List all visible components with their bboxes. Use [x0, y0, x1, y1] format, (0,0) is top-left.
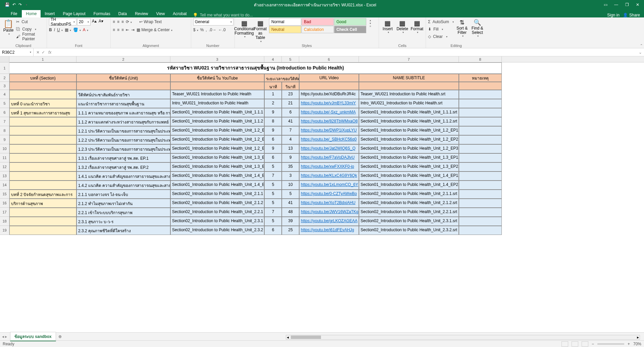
zoom-slider[interactable] — [597, 343, 624, 345]
cell[interactable]: 2 — [264, 99, 282, 108]
italic-button[interactable]: I — [54, 28, 55, 32]
cell[interactable]: นาที — [264, 82, 282, 90]
font-color-button[interactable]: A▾ — [83, 28, 88, 32]
cell[interactable]: 35 — [282, 162, 299, 171]
cell[interactable] — [459, 126, 502, 135]
row-header[interactable]: 11 — [0, 153, 9, 162]
cell[interactable]: 41 — [282, 199, 299, 208]
cell[interactable]: Section01_Introduction to Public Health_… — [170, 144, 264, 153]
cell[interactable]: 1.1.1 ความหมายของสุขภาพ และสาธารณสุข หรื… — [76, 108, 170, 117]
enter-formula-icon[interactable]: ✓ — [42, 50, 45, 55]
title-cell[interactable]: รหัสรายวิชา WU021 รายวิชาการสาธารณสุขพื้… — [9, 62, 502, 74]
cell[interactable] — [459, 99, 502, 108]
cancel-formula-icon[interactable]: ✕ — [36, 50, 40, 55]
row-header[interactable]: 9 — [0, 135, 9, 144]
cell[interactable]: 1.3.1 เรื่องเล่าจากสุขศาลาสู่ รพ.สต. EP.… — [76, 153, 170, 162]
cell[interactable] — [9, 144, 76, 153]
maximize-icon[interactable]: ❐ — [625, 2, 629, 7]
row-header[interactable]: 2 — [0, 74, 9, 82]
zoom-in-button[interactable]: + — [628, 342, 630, 346]
cell[interactable]: 1.2.2 ประวัติความเป็นมาของการสาธารณสุขใน… — [76, 135, 170, 144]
cell[interactable] — [9, 181, 76, 190]
paste-button[interactable]: 📋Paste▾ — [2, 18, 15, 36]
cell[interactable]: หมายเหตุ — [459, 74, 502, 82]
cell[interactable]: Section02_Introduction to Public Health_… — [170, 190, 264, 199]
cell[interactable] — [459, 135, 502, 144]
cell[interactable]: 48 — [282, 208, 299, 217]
tell-me-input[interactable]: Tell me what you want to do... — [200, 13, 253, 17]
normal-view-button[interactable] — [561, 341, 568, 347]
row-header[interactable]: 1 — [0, 62, 9, 74]
align-top-icon[interactable]: ≡ — [113, 19, 115, 24]
wrap-text-button[interactable]: ↩ Wrap Text — [139, 19, 162, 24]
cell[interactable]: URL Video — [299, 74, 359, 82]
column-header[interactable]: 5 — [282, 56, 299, 62]
cell[interactable]: Section01_Introduction to Public Health_… — [359, 144, 459, 153]
cell[interactable]: บทที่ 1 สุขภาพและการสาธารณสุข — [9, 108, 76, 117]
cell[interactable]: Section01_Introduction to Public Health_… — [359, 162, 459, 171]
name-box[interactable]: R36C2▾ — [0, 48, 34, 56]
cell[interactable]: Intro_WU021_Introduction to Public Healt… — [359, 99, 459, 108]
cell[interactable]: Section01_Introduction to Public Health_… — [170, 153, 264, 162]
cut-button[interactable]: ✂Cut — [16, 18, 45, 26]
cell[interactable]: บทที่ 2 ปัจจัยกำหนดสุขภาพและการ — [9, 190, 76, 199]
cell[interactable]: 6 — [282, 108, 299, 117]
cell[interactable]: 2.1.2 ทำไมสุขภาพเราไม่เท่ากัน — [76, 199, 170, 208]
cell[interactable]: 1 — [264, 90, 282, 99]
cell[interactable]: วินาที — [282, 82, 299, 90]
decrease-decimal-icon[interactable]: ←.0 — [218, 28, 226, 32]
align-bottom-icon[interactable]: ≡ — [121, 19, 124, 24]
cell[interactable]: 8 — [264, 117, 282, 126]
cell[interactable] — [9, 217, 76, 226]
collapse-ribbon-icon[interactable]: ⌃ — [640, 44, 643, 47]
percent-icon[interactable]: % — [200, 28, 204, 32]
format-cells-button[interactable]: ▦Format▾ — [410, 18, 424, 34]
cell[interactable]: แนะนำรายวิชาการสาธารณสุขพื้นฐาน — [76, 99, 170, 108]
cell[interactable] — [9, 82, 76, 90]
cell[interactable]: Section02_Introduction to Public Health_… — [170, 217, 264, 226]
align-right-icon[interactable]: ≡ — [121, 28, 124, 32]
cell[interactable]: Teaser_WU021 Introduction to Public Heal… — [170, 90, 264, 99]
add-sheet-button[interactable]: ⊕ — [57, 334, 63, 339]
undo-icon[interactable]: ↶ — [12, 2, 16, 7]
sort-filter-button[interactable]: ⇅Sort & Filter▾ — [455, 18, 469, 38]
tab-acrobat[interactable]: Acrobat — [169, 10, 191, 17]
row-header[interactable]: 16 — [0, 199, 9, 208]
cell[interactable] — [459, 117, 502, 126]
cell[interactable] — [9, 171, 76, 181]
cell[interactable]: 5 — [264, 199, 282, 208]
cell[interactable] — [459, 181, 502, 190]
tab-page-layout[interactable]: Page Layout — [59, 10, 89, 17]
row-header[interactable]: 3 — [0, 82, 9, 90]
cell[interactable]: 39 — [282, 217, 299, 226]
row-header[interactable]: 5 — [0, 99, 9, 108]
cell[interactable]: บทที่ 0 แนะนำรายวิชา — [9, 99, 76, 108]
cell[interactable] — [459, 190, 502, 199]
cell[interactable]: 2.2.1 เข้าใจระบบบริการสุขภาพ — [76, 208, 170, 217]
styles-more-icon[interactable]: ≡ — [370, 25, 371, 28]
increase-indent-icon[interactable]: ⇥ — [131, 28, 135, 32]
cell[interactable] — [9, 162, 76, 171]
cell[interactable]: 7 — [264, 208, 282, 217]
cell[interactable]: 41 — [282, 117, 299, 126]
column-header[interactable]: 7 — [359, 56, 459, 62]
insert-cells-button[interactable]: ▦Insert▾ — [381, 18, 394, 34]
cell[interactable]: Section02_Introduction to Public Health_… — [170, 199, 264, 208]
cell[interactable]: Section01_Introduction to Public Health_… — [170, 117, 264, 126]
cell[interactable] — [459, 82, 502, 90]
cell[interactable]: 4 — [282, 135, 299, 144]
cell[interactable]: https://youtu.be/DWP1iXupLYU — [299, 126, 359, 135]
styles-scroll-up-icon[interactable]: ▴ — [370, 19, 371, 22]
cell[interactable]: 25 — [282, 226, 299, 235]
cell[interactable] — [459, 226, 502, 235]
cell[interactable] — [9, 117, 76, 126]
tab-home[interactable]: Home — [22, 10, 41, 17]
redo-icon[interactable]: ↷ — [18, 2, 22, 7]
select-all-corner[interactable] — [0, 56, 9, 62]
tab-review[interactable]: Review — [131, 10, 152, 17]
cell[interactable]: 3 — [282, 171, 299, 181]
cell[interactable]: Section01_Introduction to Public Health_… — [359, 117, 459, 126]
cell[interactable]: 23 — [282, 90, 299, 99]
cell[interactable] — [9, 208, 76, 217]
cell[interactable]: วีดิทัศน์ประชาสัมพันธ์รายวิชา — [76, 90, 170, 99]
